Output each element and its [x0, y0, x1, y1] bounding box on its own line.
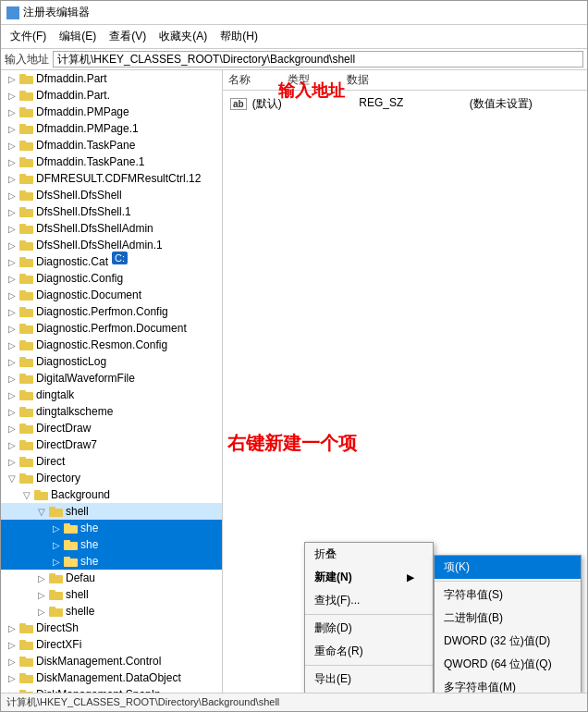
ctx-delete[interactable]: 删除(D) — [305, 617, 433, 640]
title-bar: 注册表编辑器 — [1, 1, 587, 25]
expander-icon: ▷ — [5, 238, 19, 252]
tree-item-dfmaddin-part2[interactable]: ▷ Dfmaddin.Part. — [1, 87, 222, 104]
tree-item-diagnostic-config[interactable]: ▷ Diagnostic.Config — [1, 270, 222, 287]
svg-rect-22 — [19, 259, 33, 267]
col-type: 类型 — [288, 72, 310, 88]
tree-label: Dfmaddin.PMPage.1 — [36, 122, 139, 135]
ctx-find[interactable]: 查找(F)... — [305, 589, 433, 612]
tree-item-dfsshell-admin[interactable]: ▷ DfsShell.DfsShellAdmin — [1, 220, 222, 237]
main-area: ▷ Dfmaddin.Part ▷ Dfmaddin.Part. ▷ Dfmad… — [1, 70, 587, 693]
tree-item-directory[interactable]: ▽ Directory — [1, 470, 222, 486]
svg-rect-62 — [49, 592, 63, 600]
folder-icon — [19, 638, 34, 651]
sub-item-qword[interactable]: QWORD (64 位)值(Q) — [435, 653, 581, 676]
tree-item-diagnosticlog[interactable]: ▷ DiagnosticLog — [1, 353, 222, 370]
sub-item-dword[interactable]: DWORD (32 位)值(D) — [435, 630, 581, 653]
folder-icon — [49, 588, 64, 601]
menu-bar: 文件(F) 编辑(E) 查看(V) 收藏夹(A) 帮助(H) — [1, 25, 587, 49]
tree-label: DfsShell.DfsShell — [36, 189, 122, 202]
folder-icon — [19, 155, 34, 168]
tree-item-diagnostic-document[interactable]: ▷ Diagnostic.Document — [1, 287, 222, 303]
svg-rect-19 — [19, 224, 26, 227]
folder-icon — [19, 288, 34, 301]
folder-icon — [19, 322, 34, 335]
tree-item-diagnostic-cat[interactable]: ▷ Diagnostic.Cat C: — [1, 253, 222, 270]
status-bar: 计算机\HKEY_CLASSES_ROOT\Directory\Backgrou… — [1, 693, 587, 711]
tree-item-shell[interactable]: ▽ shell — [1, 503, 222, 520]
svg-rect-11 — [19, 157, 26, 160]
ctx-collapse[interactable]: 折叠 — [305, 543, 433, 566]
svg-rect-36 — [19, 375, 33, 384]
tree-item-shelle[interactable]: ▷ shelle — [1, 603, 222, 620]
svg-rect-4 — [19, 109, 33, 117]
annotation-right-click: 右键新建一个项 — [227, 431, 357, 456]
menu-file[interactable]: 文件(F) — [5, 27, 52, 46]
svg-rect-27 — [19, 290, 26, 293]
sub-item-key[interactable]: 项(K) — [435, 556, 581, 579]
tree-item-dfmaddin-pmpage1[interactable]: ▷ Dfmaddin.PMPage.1 — [1, 120, 222, 137]
tree-item-defau[interactable]: ▷ Defau — [1, 570, 222, 586]
menu-edit[interactable]: 编辑(E) — [54, 27, 102, 46]
tree-item-directdraw7[interactable]: ▷ DirectDraw7 — [1, 436, 222, 453]
folder-icon — [19, 422, 34, 435]
sub-item-multi-string[interactable]: 多字符串值(M) — [435, 676, 581, 693]
tree-item-directdraw[interactable]: ▷ DirectDraw — [1, 420, 222, 436]
menu-help[interactable]: 帮助(H) — [214, 27, 263, 46]
tree-item-dfmaddin-part[interactable]: ▷ Dfmaddin.Part — [1, 70, 222, 87]
tree-item-diagnostic-perfmon-config[interactable]: ▷ Diagnostic.Perfmon.Config — [1, 303, 222, 320]
tree-item-diskmgmt-snapin[interactable]: ▷ DiskManagement.SnapIn — [1, 686, 222, 693]
tree-label: Dfmaddin.TaskPane — [36, 139, 135, 152]
tree-item-background[interactable]: ▽ Background — [1, 486, 222, 503]
tree-item-directsh[interactable]: ▷ DirectSh — [1, 620, 222, 636]
tree-item-shell-child2[interactable]: ▷ she — [1, 536, 222, 553]
right-panel-header: 名称 类型 数据 — [223, 70, 587, 91]
svg-rect-48 — [19, 475, 33, 484]
ctx-permissions[interactable]: 权限(P)... — [305, 691, 433, 693]
reg-row-default: ab (默认) REG_SZ (数值未设置) — [228, 94, 582, 114]
tree-item-digitalwaveformfile[interactable]: ▷ DigitalWaveformFile — [1, 370, 222, 387]
tree-label: DirectDraw7 — [36, 438, 97, 451]
tree-item-dfsshell[interactable]: ▷ DfsShell.DfsShell — [1, 187, 222, 203]
svg-rect-6 — [19, 126, 33, 134]
tree-item-diagnostic-perfmon-doc[interactable]: ▷ Diagnostic.Perfmon.Document — [1, 320, 222, 337]
reg-type-default: REG_SZ — [359, 96, 432, 112]
tree-item-dfmaddin-taskpane[interactable]: ▷ Dfmaddin.TaskPane — [1, 137, 222, 153]
svg-rect-24 — [19, 276, 33, 284]
tree-item-shell2[interactable]: ▷ shell — [1, 586, 222, 603]
ctx-new[interactable]: 新建(N) ▶ — [305, 566, 433, 589]
tree-item-directxfi[interactable]: ▷ DirectXFi — [1, 636, 222, 653]
tree-label: Diagnostic.Resmon.Config — [36, 338, 167, 351]
svg-rect-67 — [19, 623, 26, 626]
tree-item-dfmaddin-taskpane1[interactable]: ▷ Dfmaddin.TaskPane.1 — [1, 153, 222, 170]
svg-rect-26 — [19, 292, 33, 301]
svg-rect-20 — [19, 242, 33, 251]
folder-icon — [19, 139, 34, 152]
svg-rect-71 — [19, 657, 26, 659]
svg-rect-44 — [19, 442, 33, 450]
sub-item-binary[interactable]: 二进制值(B) — [435, 607, 581, 630]
ctx-rename[interactable]: 重命名(R) — [305, 640, 433, 663]
tree-item-dfmresult[interactable]: ▷ DFMRESULT.CDFMResultCtrl.12 — [1, 170, 222, 187]
tree-label: she — [80, 522, 98, 534]
tree-item-dfsshell-admin1[interactable]: ▷ DfsShell.DfsShellAdmin.1 — [1, 237, 222, 253]
menu-favorites[interactable]: 收藏夹(A) — [153, 27, 213, 46]
sub-item-string[interactable]: 字符串值(S) — [435, 583, 581, 607]
tree-item-diskmgmt-dataobject[interactable]: ▷ DiskManagement.DataObject — [1, 669, 222, 686]
tree-item-dfmaddin-pmpage[interactable]: ▷ Dfmaddin.PMPage — [1, 104, 222, 120]
expander-icon: ▷ — [5, 437, 19, 452]
tree-item-dingtalkscheme[interactable]: ▷ dingtalkscheme — [1, 403, 222, 420]
menu-view[interactable]: 查看(V) — [104, 27, 152, 46]
svg-rect-15 — [19, 190, 26, 193]
svg-rect-63 — [49, 590, 55, 593]
tree-item-dfsshell1[interactable]: ▷ DfsShell.DfsShell.1 — [1, 203, 222, 220]
tree-item-diagnostic-resmon-config[interactable]: ▷ Diagnostic.Resmon.Config — [1, 337, 222, 353]
tree-item-shell-child1[interactable]: ▷ she — [1, 520, 222, 536]
tree-item-dingtalk[interactable]: ▷ dingtalk — [1, 387, 222, 403]
folder-icon — [19, 172, 34, 185]
tree-item-shell-child3[interactable]: ▷ she — [1, 553, 222, 570]
svg-rect-70 — [19, 658, 33, 667]
tree-item-diskmgmt-control[interactable]: ▷ DiskManagement.Control — [1, 653, 222, 669]
tree-item-directx[interactable]: ▷ Direct — [1, 453, 222, 470]
ctx-export[interactable]: 导出(E) — [305, 668, 433, 691]
address-input[interactable] — [53, 51, 583, 68]
